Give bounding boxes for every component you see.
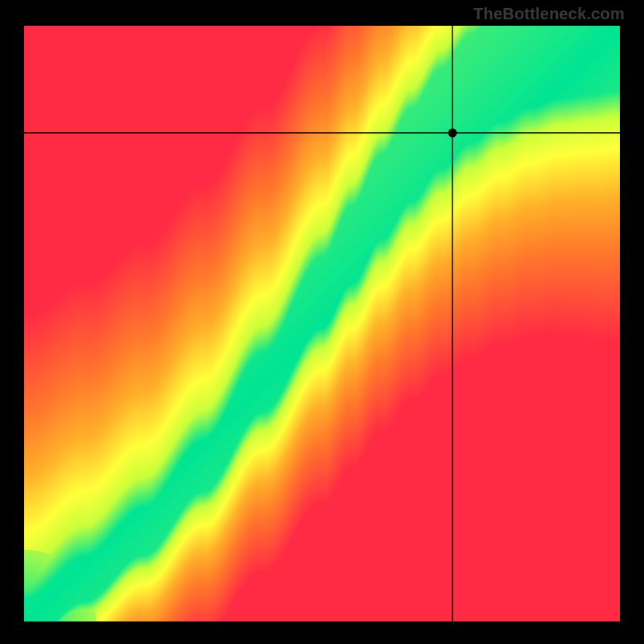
watermark-text: TheBottleneck.com: [473, 5, 625, 23]
bottleneck-heatmap: [24, 26, 620, 621]
chart-frame: TheBottleneck.com: [0, 0, 644, 644]
